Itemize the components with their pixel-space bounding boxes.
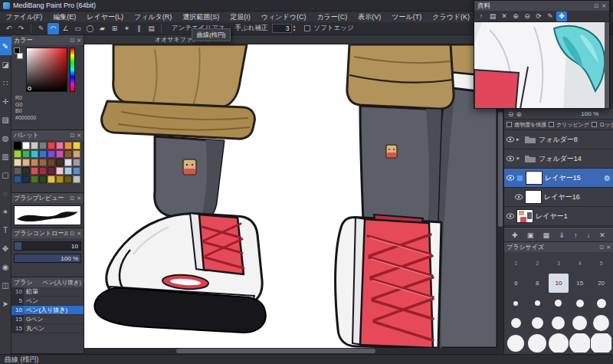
pan-tool-icon[interactable]: ✥ <box>0 239 11 257</box>
menu-item[interactable]: 編集(E) <box>48 11 81 22</box>
zoom-out-icon[interactable]: ⊖ <box>522 11 533 21</box>
layer-row-selected[interactable]: レイヤー15 ⚙ <box>504 169 613 188</box>
palette-swatch[interactable] <box>56 159 64 166</box>
divide-tool-icon[interactable]: ◫ <box>0 276 11 294</box>
menu-item[interactable]: ウィンドウ(C) <box>256 11 312 22</box>
menu-item[interactable]: フィルタ(R) <box>129 11 177 22</box>
brush-size-cell[interactable]: 6 <box>506 274 526 293</box>
palette-swatch[interactable] <box>64 150 72 158</box>
brush-size-slider[interactable]: 10 <box>14 241 81 251</box>
palette-swatch[interactable] <box>39 167 47 175</box>
reference-header[interactable]: 資料 ⊡ ✕ <box>474 1 609 11</box>
folder-collapse-icon[interactable]: ▸ <box>516 136 522 143</box>
curve-tool-icon[interactable]: ◠ <box>48 23 59 34</box>
layer-settings-gear-icon[interactable]: ⚙ <box>604 174 611 182</box>
menu-item[interactable]: ツール(T) <box>386 11 427 22</box>
move-down-icon[interactable]: ↓ <box>587 231 591 239</box>
popout-icon[interactable]: ⊡ <box>70 231 74 237</box>
spinner-arrows-icon[interactable]: ▲▼ <box>293 25 297 32</box>
brush-size-cell[interactable] <box>549 313 569 333</box>
palette-swatch[interactable] <box>64 175 72 183</box>
palette-swatch[interactable] <box>48 175 55 183</box>
menu-item[interactable]: ファイル(F) <box>0 11 48 22</box>
popout-icon[interactable]: ⊡ <box>70 133 74 139</box>
layer-row-folder-8[interactable]: ▸ フォルダー8 <box>504 130 613 149</box>
duplicate-layer-icon[interactable]: ▦ <box>543 231 550 239</box>
grid-snap-icon[interactable]: ⊞ <box>109 23 120 34</box>
brush-size-cell[interactable] <box>549 333 569 353</box>
palette-swatch[interactable] <box>22 150 30 158</box>
hue-slider[interactable] <box>70 48 75 92</box>
palette-swatch[interactable] <box>14 142 21 149</box>
palette-swatch[interactable] <box>14 167 21 175</box>
open-folder-icon[interactable]: ▤ <box>487 11 498 21</box>
brush-size-cell[interactable] <box>591 313 611 333</box>
palette-swatch[interactable] <box>56 142 64 149</box>
menu-item[interactable]: 選択範囲(S) <box>177 11 225 22</box>
zoom-in-icon[interactable]: ⊕ <box>510 11 521 21</box>
ellipse-icon[interactable]: ◯ <box>84 23 96 34</box>
brush-size-cell[interactable] <box>569 293 590 313</box>
menu-item[interactable]: 表示(V) <box>352 11 386 22</box>
palette-swatch[interactable] <box>31 167 38 175</box>
brush-size-cell[interactable]: 20 <box>591 274 611 293</box>
layer-row-folder-14[interactable]: ▾ フォルダー14 <box>504 149 613 169</box>
bucket-tool-icon[interactable]: ◍ <box>0 129 11 147</box>
palette-swatch[interactable] <box>39 159 47 166</box>
palette-swatch[interactable] <box>48 150 55 158</box>
palette-swatch[interactable] <box>31 142 38 149</box>
brush-size-cell-selected[interactable]: 10 <box>549 274 569 293</box>
palette-swatch[interactable] <box>73 142 80 149</box>
palette-swatch[interactable] <box>64 159 72 166</box>
palette-swatch[interactable] <box>73 159 80 166</box>
zoom-out-icon[interactable]: ⊖ <box>508 110 514 118</box>
menu-item[interactable]: 定規(I) <box>225 11 256 22</box>
fill-shape-icon[interactable]: ▰ <box>97 23 108 34</box>
lock-checkbox[interactable] <box>592 122 597 127</box>
layer-row[interactable]: レイヤー16 <box>504 188 613 207</box>
brush-size-cell[interactable] <box>506 293 526 313</box>
parallel-snap-icon[interactable]: ∥ <box>133 23 145 34</box>
brush-size-cell[interactable]: 8 <box>527 274 548 293</box>
brush-size-cell[interactable] <box>549 293 569 313</box>
palette-swatch[interactable] <box>48 167 55 175</box>
rotate-icon[interactable]: ⟳ <box>533 11 544 21</box>
brush-size-cell[interactable] <box>591 293 611 313</box>
palette-swatch[interactable] <box>73 175 80 183</box>
dot-tool-icon[interactable]: ∷ <box>0 74 11 92</box>
zoom-tool-icon[interactable]: ◉ <box>0 257 11 276</box>
brush-size-cell[interactable] <box>591 333 611 353</box>
radial-snap-icon[interactable]: ✶ <box>121 23 133 34</box>
brush-size-cell[interactable]: 15 <box>569 274 590 293</box>
add-layer-icon[interactable]: ✚ <box>512 231 518 239</box>
stabilizer-value[interactable]: 3 <box>272 24 292 33</box>
close-icon[interactable]: ✕ <box>606 244 611 251</box>
add-folder-icon[interactable]: ▣ <box>527 231 534 239</box>
brush-size-cell[interactable]: 5 <box>591 254 611 273</box>
brush-size-cell[interactable] <box>506 313 526 333</box>
palette-swatch[interactable] <box>14 150 21 158</box>
brush-size-cell[interactable]: 2 <box>527 254 548 273</box>
clipping-checkbox[interactable] <box>549 122 554 127</box>
rect-icon[interactable]: ▭ <box>72 23 84 34</box>
popout-icon[interactable]: ⊡ <box>70 38 74 44</box>
close-icon[interactable]: ✕ <box>77 231 81 237</box>
wand-tool-icon[interactable]: ✶ <box>0 202 11 221</box>
palette-swatch[interactable] <box>22 167 30 175</box>
document-tab[interactable]: オオサキファクトリー <box>84 35 503 44</box>
move-tool-icon[interactable]: ✛ <box>0 92 11 110</box>
close-icon[interactable]: ✕ <box>77 133 81 139</box>
reference-image[interactable] <box>474 22 609 108</box>
visibility-eye-icon[interactable] <box>515 194 523 200</box>
visibility-eye-icon[interactable] <box>506 156 514 162</box>
brush-icon[interactable]: ✎ <box>35 23 47 34</box>
brush-tool-icon[interactable]: ✎ <box>0 37 11 55</box>
gradient-tool-icon[interactable]: ▥ <box>0 147 11 166</box>
eyedropper-icon[interactable]: ✎ <box>545 11 556 21</box>
delete-layer-icon[interactable]: ✕ <box>599 231 605 239</box>
palette-swatch[interactable] <box>39 175 47 183</box>
palette-swatch[interactable] <box>22 175 30 183</box>
brush-opacity-slider[interactable]: 100 % <box>14 254 81 263</box>
brush-size-cell[interactable] <box>506 333 526 353</box>
palette-swatch[interactable] <box>31 150 38 158</box>
